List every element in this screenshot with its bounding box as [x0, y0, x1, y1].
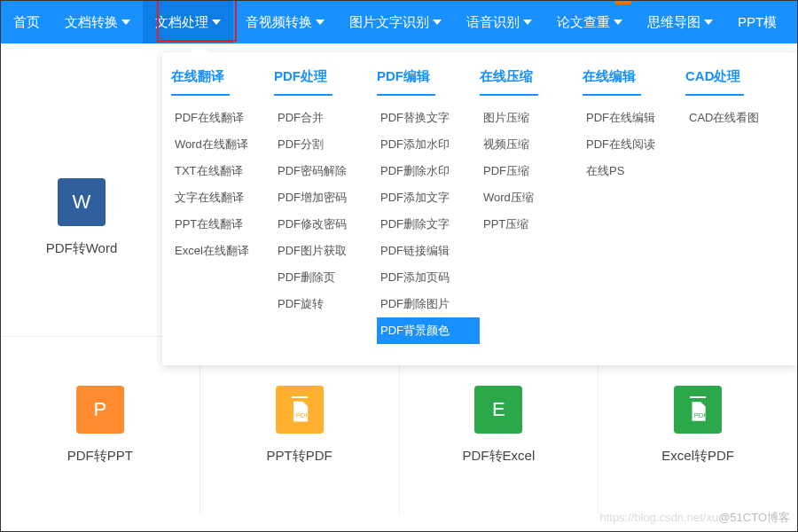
menu-item[interactable]: PDF删除文字: [377, 211, 480, 238]
nav-doc-process[interactable]: 文档处理: [143, 1, 233, 43]
mega-col-pdf-process: PDF处理 PDF合并 PDF分割 PDF密码解除 PDF增加密码 PDF修改密…: [274, 68, 377, 344]
mega-menu: 在线翻译 PDF在线翻译 Word在线翻译 TXT在线翻译 文字在线翻译 PPT…: [162, 52, 797, 365]
menu-item[interactable]: PDF压缩: [480, 158, 583, 184]
new-badge: 新: [615, 0, 631, 4]
pdf-icon: PDF: [674, 386, 722, 434]
menu-item[interactable]: PDF旋转: [274, 291, 377, 317]
nav-ocr[interactable]: 图片文字识别: [337, 1, 454, 43]
nav-speech[interactable]: 语音识别: [454, 1, 544, 43]
nav-home[interactable]: 首页: [1, 1, 52, 43]
menu-item[interactable]: PPT在线翻译: [171, 211, 274, 238]
tile-pdf-to-word[interactable]: W PDF转Word: [1, 178, 162, 257]
nav-mindmap[interactable]: 思维导图: [635, 1, 725, 43]
col-header[interactable]: 在线压缩: [480, 68, 533, 89]
menu-item[interactable]: PDF删除页: [274, 264, 377, 291]
mega-col-compress: 在线压缩 图片压缩 视频压缩 PDF压缩 Word压缩 PPT压缩: [480, 68, 583, 344]
pdf-icon: PDF: [276, 386, 324, 434]
chevron-down-icon: [614, 20, 622, 25]
menu-item[interactable]: PPT压缩: [480, 211, 583, 238]
chevron-down-icon: [433, 20, 442, 25]
nav-paper-check[interactable]: 论文查重新: [544, 1, 635, 43]
svg-text:PDF: PDF: [295, 411, 309, 419]
top-nav: 首页 文档转换 文档处理 音视频转换 图片文字识别 语音识别 论文查重新 思维导…: [1, 1, 797, 43]
mega-col-cad: CAD处理 CAD在线看图: [685, 68, 788, 344]
watermark: https://blog.csdn.net/xu@51CTO博客: [599, 510, 790, 526]
menu-item[interactable]: PDF图片获取: [274, 238, 377, 264]
menu-item[interactable]: Word在线翻译: [171, 131, 274, 158]
word-icon: W: [58, 178, 106, 226]
menu-item[interactable]: PDF合并: [274, 105, 377, 131]
menu-item[interactable]: PDF增加密码: [274, 184, 377, 211]
tile-label: PDF转PPT: [67, 448, 133, 465]
chevron-down-icon: [316, 20, 325, 25]
menu-item[interactable]: Excel在线翻译: [171, 238, 274, 264]
menu-item[interactable]: 在线PS: [583, 158, 685, 184]
ppt-icon: P: [76, 386, 124, 434]
chevron-down-icon: [121, 20, 130, 25]
menu-item-pdf-bg-color[interactable]: PDF背景颜色: [377, 317, 480, 344]
nav-doc-convert[interactable]: 文档转换: [52, 1, 143, 43]
menu-item[interactable]: 视频压缩: [480, 131, 583, 158]
col-header[interactable]: PDF编辑: [377, 68, 430, 89]
menu-item[interactable]: PDF添加页码: [377, 264, 480, 291]
menu-item[interactable]: PDF分割: [274, 131, 377, 158]
col-header[interactable]: 在线翻译: [171, 68, 224, 89]
chevron-down-icon: [704, 20, 713, 25]
nav-ppt-template[interactable]: PPT模: [725, 1, 789, 43]
dropdown-arrow-icon: [191, 43, 208, 52]
menu-item[interactable]: Word压缩: [480, 184, 583, 211]
menu-item[interactable]: PDF添加文字: [377, 184, 480, 211]
tile-label: Excel转PDF: [661, 448, 734, 465]
tile-label: PPT转PDF: [267, 448, 332, 465]
mega-col-online-edit: 在线编辑 PDF在线编辑 PDF在线阅读 在线PS: [583, 68, 685, 344]
menu-item[interactable]: CAD在线看图: [685, 105, 788, 131]
col-header[interactable]: 在线编辑: [583, 68, 636, 89]
mega-col-pdf-edit: PDF编辑 PDF替换文字 PDF添加水印 PDF删除水印 PDF添加文字 PD…: [377, 68, 480, 344]
menu-item[interactable]: PDF在线翻译: [171, 105, 274, 131]
menu-item[interactable]: TXT在线翻译: [171, 158, 274, 184]
menu-item[interactable]: PDF在线编辑: [583, 105, 685, 131]
menu-item[interactable]: PDF替换文字: [377, 105, 480, 131]
svg-text:PDF: PDF: [694, 411, 708, 419]
mega-col-translate: 在线翻译 PDF在线翻译 Word在线翻译 TXT在线翻译 文字在线翻译 PPT…: [171, 68, 274, 344]
chevron-down-icon: [523, 20, 532, 25]
col-header[interactable]: CAD处理: [685, 68, 741, 89]
chevron-down-icon: [212, 20, 221, 25]
menu-item[interactable]: PDF修改密码: [274, 211, 377, 238]
menu-item[interactable]: PDF链接编辑: [377, 238, 480, 264]
tile-label: PDF转Excel: [463, 448, 536, 465]
menu-item[interactable]: PDF删除水印: [377, 158, 480, 184]
excel-icon: E: [474, 386, 522, 434]
menu-item[interactable]: PDF添加水印: [377, 131, 480, 158]
menu-item[interactable]: 图片压缩: [480, 105, 583, 131]
menu-item[interactable]: 文字在线翻译: [171, 184, 274, 211]
menu-item[interactable]: PDF密码解除: [274, 158, 377, 184]
col-header[interactable]: PDF处理: [274, 68, 327, 89]
menu-item[interactable]: PDF删除图片: [377, 291, 480, 317]
nav-av-convert[interactable]: 音视频转换: [233, 1, 337, 43]
menu-item[interactable]: PDF在线阅读: [583, 131, 685, 158]
tile-label: PDF转Word: [46, 240, 118, 257]
